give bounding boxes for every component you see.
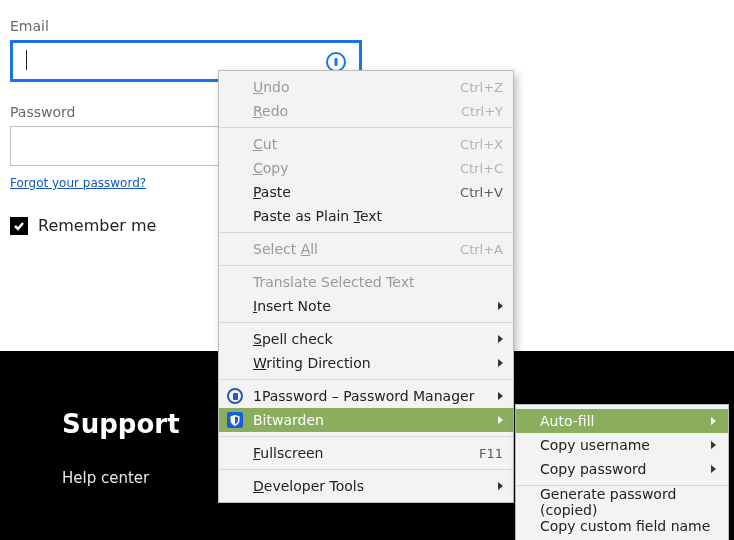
- svg-rect-0: [335, 58, 338, 66]
- remember-me-checkbox[interactable]: [10, 217, 28, 235]
- menu-item-label: Developer Tools: [253, 478, 498, 494]
- menu-item-copy[interactable]: CopyCtrl+C: [219, 156, 513, 180]
- menu-item-bitwarden[interactable]: Bitwarden: [219, 408, 513, 432]
- footer-link-help[interactable]: Help center: [62, 469, 149, 487]
- menu-item-shortcut: Ctrl+A: [460, 242, 503, 257]
- menu-separator: [219, 436, 513, 437]
- menu-item-label: Fullscreen: [253, 445, 479, 461]
- menu-item-label: Cut: [253, 136, 460, 152]
- submenu-arrow-icon: [711, 417, 716, 425]
- menu-item-redo[interactable]: RedoCtrl+Y: [219, 99, 513, 123]
- menu-item-label: Paste as Plain Text: [253, 208, 503, 224]
- menu-item-spell-check[interactable]: Spell check: [219, 327, 513, 351]
- menu-item-label: Spell check: [253, 331, 498, 347]
- submenu-item-auto-fill[interactable]: Auto-fill: [516, 409, 728, 433]
- menu-item-label: Redo: [253, 103, 461, 119]
- menu-item-shortcut: Ctrl+V: [460, 185, 503, 200]
- menu-item-label: 1Password – Password Manager: [253, 388, 498, 404]
- submenu-item-copy-custom-field-name[interactable]: Copy custom field name: [516, 514, 728, 538]
- menu-item-label: Bitwarden: [253, 412, 498, 428]
- menu-item-label: Copy: [253, 160, 460, 176]
- menu-item-label: Writing Direction: [253, 355, 498, 371]
- menu-separator: [219, 265, 513, 266]
- menu-item-label: Insert Note: [253, 298, 498, 314]
- submenu-arrow-icon: [498, 359, 503, 367]
- menu-item-label: Paste: [253, 184, 460, 200]
- submenu-arrow-icon: [498, 302, 503, 310]
- submenu-arrow-icon: [498, 416, 503, 424]
- menu-item-shortcut: Ctrl+C: [460, 161, 503, 176]
- menu-item-developer-tools[interactable]: Developer Tools: [219, 474, 513, 498]
- remember-me-label: Remember me: [38, 216, 156, 235]
- menu-item-select-all[interactable]: Select AllCtrl+A: [219, 237, 513, 261]
- submenu-arrow-icon: [498, 335, 503, 343]
- menu-item-shortcut: Ctrl+Z: [460, 80, 503, 95]
- menu-item-label: Undo: [253, 79, 460, 95]
- context-menu[interactable]: UndoCtrl+ZRedoCtrl+YCutCtrl+XCopyCtrl+CP…: [218, 70, 514, 503]
- menu-item-label: Select All: [253, 241, 460, 257]
- submenu-item-copy-username[interactable]: Copy username: [516, 433, 728, 457]
- menu-item-label: Translate Selected Text: [253, 274, 503, 290]
- onepassword-inline-icon[interactable]: [326, 52, 346, 72]
- submenu-arrow-icon: [498, 392, 503, 400]
- menu-separator: [219, 322, 513, 323]
- menu-item-label: Auto-fill: [540, 413, 711, 429]
- menu-item-insert-note[interactable]: Insert Note: [219, 294, 513, 318]
- text-caret: [26, 50, 27, 70]
- menu-item-label: Copy password: [540, 461, 711, 477]
- menu-separator: [219, 127, 513, 128]
- menu-item-label: Copy username: [540, 437, 711, 453]
- submenu-item-generate-password-copied[interactable]: Generate password (copied): [516, 490, 728, 514]
- forgot-password-link[interactable]: Forgot your password?: [10, 176, 146, 190]
- menu-separator: [219, 232, 513, 233]
- menu-item-undo[interactable]: UndoCtrl+Z: [219, 75, 513, 99]
- menu-item-shortcut: Ctrl+Y: [461, 104, 503, 119]
- submenu-item-copy-password[interactable]: Copy password: [516, 457, 728, 481]
- menu-item-paste-as-plain-text[interactable]: Paste as Plain Text: [219, 204, 513, 228]
- menu-item-fullscreen[interactable]: FullscreenF11: [219, 441, 513, 465]
- menu-item-label: Copy custom field name: [540, 518, 716, 534]
- submenu-arrow-icon: [711, 441, 716, 449]
- menu-separator: [219, 379, 513, 380]
- menu-item-writing-direction[interactable]: Writing Direction: [219, 351, 513, 375]
- menu-item-1password-password-manager[interactable]: 1Password – Password Manager: [219, 384, 513, 408]
- menu-item-translate-selected-text[interactable]: Translate Selected Text: [219, 270, 513, 294]
- menu-separator: [219, 469, 513, 470]
- menu-item-shortcut: F11: [479, 446, 503, 461]
- bitwarden-submenu[interactable]: Auto-fillCopy usernameCopy passwordGener…: [515, 404, 729, 540]
- menu-item-cut[interactable]: CutCtrl+X: [219, 132, 513, 156]
- submenu-arrow-icon: [711, 465, 716, 473]
- submenu-arrow-icon: [498, 482, 503, 490]
- menu-item-shortcut: Ctrl+X: [460, 137, 503, 152]
- email-label: Email: [10, 18, 724, 34]
- menu-item-paste[interactable]: PasteCtrl+V: [219, 180, 513, 204]
- bitwarden-icon: [225, 410, 245, 430]
- onepassword-icon: [225, 386, 245, 406]
